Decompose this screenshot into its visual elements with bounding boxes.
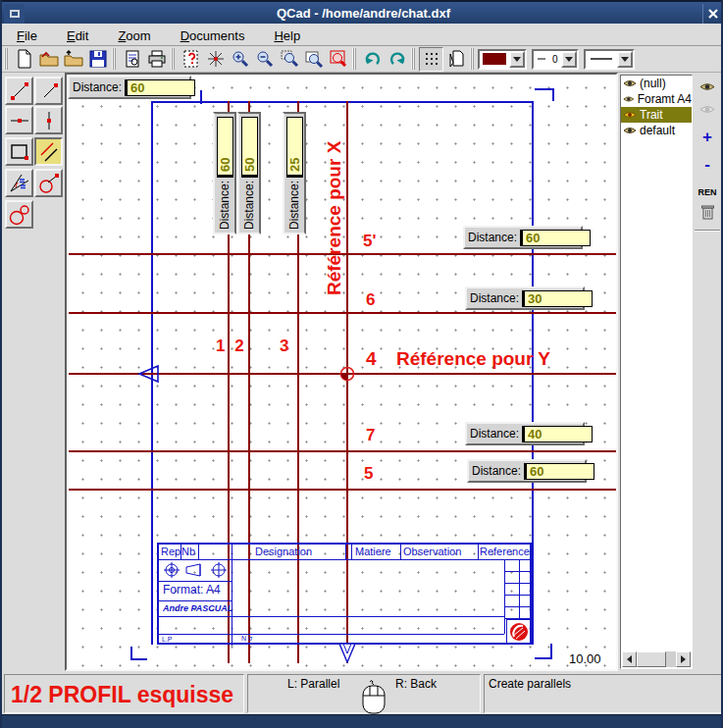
company-logo-box xyxy=(506,619,532,644)
add-layer-button[interactable]: + xyxy=(696,128,719,147)
tb-header-matiere: Matiere xyxy=(355,546,391,557)
arrow-left-icon xyxy=(627,655,632,663)
tool-parallel-lines[interactable] xyxy=(34,137,63,166)
redo-button[interactable] xyxy=(385,47,409,72)
projection-symbol-icon xyxy=(210,562,228,578)
rename-layer-button[interactable]: REN xyxy=(696,182,719,202)
distance-input[interactable] xyxy=(522,426,593,442)
distance-input[interactable] xyxy=(125,79,195,96)
pen-width-select[interactable]: 0 xyxy=(532,49,579,70)
show-layer-button[interactable] xyxy=(696,77,719,96)
layer-row-default[interactable]: default xyxy=(621,123,692,138)
line-horizontal-icon xyxy=(8,109,31,132)
remove-layer-button[interactable]: - xyxy=(696,155,719,175)
zoom-window-button[interactable] xyxy=(277,47,301,72)
line-style-dropdown-button[interactable] xyxy=(617,51,633,68)
redraw-button[interactable] xyxy=(179,47,203,72)
window-menu-button[interactable] xyxy=(4,4,25,24)
title-bar[interactable]: QCad - /home/andre/chat.dxf xyxy=(2,0,723,24)
mark-6: 6 xyxy=(366,290,375,310)
tool-line-angle[interactable] xyxy=(34,77,63,105)
pan-button[interactable] xyxy=(203,47,228,72)
action-hint: Create parallels xyxy=(489,677,571,691)
grid-toggle-button[interactable] xyxy=(419,47,443,72)
close-icon xyxy=(707,8,719,20)
construction-hline-5 xyxy=(69,489,616,491)
open-folder-icon xyxy=(64,49,83,69)
tb-header-designation: Designation xyxy=(255,546,312,557)
open-folder-button[interactable] xyxy=(61,47,85,72)
hide-layer-button[interactable] xyxy=(696,99,719,119)
zoom-out-button[interactable] xyxy=(252,47,277,72)
tool-rectangle[interactable] xyxy=(5,137,33,166)
distance-input[interactable] xyxy=(520,230,591,246)
layer-row-trait[interactable]: Trait xyxy=(621,107,692,123)
menu-edit[interactable]: Edit xyxy=(58,26,97,45)
distance-input[interactable] xyxy=(286,117,303,178)
distance-label: Distance: xyxy=(242,181,256,230)
redraw-icon xyxy=(181,49,201,69)
new-file-button[interactable] xyxy=(12,47,36,72)
scroll-left-button[interactable] xyxy=(622,651,637,667)
tool-tangent-circle[interactable] xyxy=(34,169,63,197)
tool-bisector[interactable] xyxy=(5,169,33,197)
scrollbar-thumb[interactable] xyxy=(637,651,666,667)
tool-line-horizontal[interactable] xyxy=(5,106,33,134)
pen-color-select[interactable] xyxy=(478,49,527,70)
distance-input[interactable] xyxy=(524,463,594,480)
close-button[interactable] xyxy=(702,4,722,24)
line-two-points-icon xyxy=(8,79,31,103)
menu-zoom[interactable]: Zoom xyxy=(109,26,159,45)
tb-footer-left: L.P xyxy=(162,636,173,643)
toolbar-separator xyxy=(112,48,116,70)
layer-list-hscrollbar[interactable] xyxy=(622,651,691,667)
zoom-auto-button[interactable] xyxy=(301,47,326,72)
print-preview-button[interactable] xyxy=(120,47,144,72)
eye-icon[interactable] xyxy=(623,94,635,104)
layer-list[interactable]: (null) Foramt A4 Trait default xyxy=(620,75,693,669)
eye-icon[interactable] xyxy=(623,126,637,135)
delete-layer-button[interactable] xyxy=(696,202,719,222)
title-block: Rep Nb Designation Matiere Observation R… xyxy=(157,543,532,645)
distance-input[interactable] xyxy=(522,290,593,307)
zoom-previous-button[interactable] xyxy=(326,47,350,72)
tool-line-two-points[interactable] xyxy=(5,77,33,105)
scroll-right-button[interactable] xyxy=(676,651,691,667)
paper-crop-mark xyxy=(535,88,554,90)
window-menu-icon xyxy=(10,10,20,18)
tool-line-vertical[interactable] xyxy=(34,106,63,134)
zoom-in-icon xyxy=(231,49,250,69)
distance-label: Distance: xyxy=(470,427,519,441)
eye-icon[interactable] xyxy=(623,110,637,120)
line-style-select[interactable] xyxy=(584,49,635,70)
pen-width-dropdown-button[interactable] xyxy=(561,51,577,68)
redo-icon xyxy=(387,49,407,69)
tb-header-reference: Reference xyxy=(480,546,530,557)
layer-panel: (null) Foramt A4 Trait default xyxy=(618,73,723,671)
mark-5: 5 xyxy=(364,464,373,484)
chevron-down-icon xyxy=(565,57,573,62)
layer-row-null[interactable]: (null) xyxy=(621,76,692,91)
menu-help[interactable]: Help xyxy=(265,26,309,45)
draft-mode-button[interactable] xyxy=(443,47,468,72)
eye-icon[interactable] xyxy=(623,78,637,88)
distance-input[interactable] xyxy=(241,117,258,178)
drawing-canvas[interactable]: Distance: Distance: Distance: Distance: … xyxy=(65,73,618,671)
pen-color-dropdown-button[interactable] xyxy=(509,51,525,68)
minus-icon: - xyxy=(704,155,710,175)
distance-label: Distance: xyxy=(218,181,232,230)
menu-file[interactable]: File xyxy=(8,26,46,45)
reference-x-annotation: Référence pour X xyxy=(324,109,345,295)
distance-input[interactable] xyxy=(217,117,233,178)
open-file-button[interactable] xyxy=(36,47,61,72)
menu-documents[interactable]: Documents xyxy=(172,26,254,45)
tool-circles[interactable] xyxy=(5,200,33,229)
layer-row-foramt[interactable]: Foramt A4 xyxy=(621,91,692,107)
construction-hline-6 xyxy=(69,312,616,314)
undo-button[interactable] xyxy=(360,47,385,72)
save-file-button[interactable] xyxy=(85,47,110,72)
eye-icon xyxy=(699,81,715,92)
zoom-in-button[interactable] xyxy=(228,47,252,72)
rotated-distance-widget-3: Distance: xyxy=(283,112,306,234)
print-button[interactable] xyxy=(144,47,169,72)
